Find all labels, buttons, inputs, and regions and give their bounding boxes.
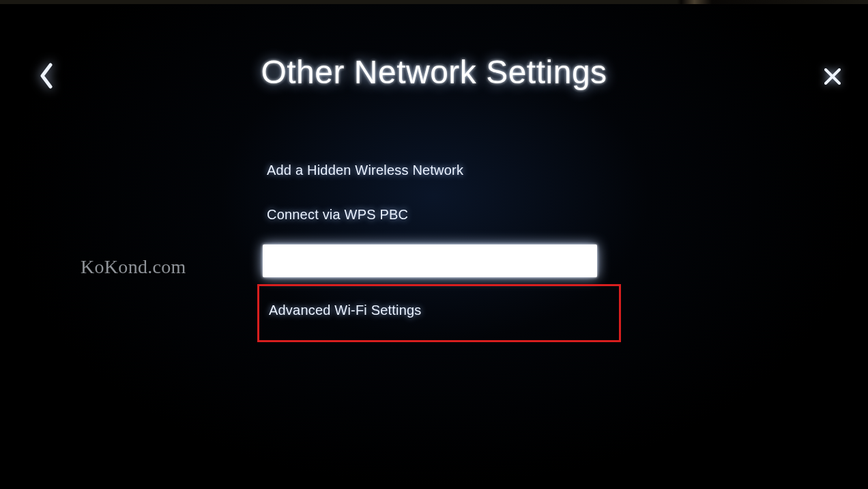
back-button[interactable] xyxy=(33,60,60,94)
menu-item-advanced-wifi-settings[interactable]: Advanced Wi-Fi Settings xyxy=(265,290,613,322)
menu-item-selected-highlight[interactable] xyxy=(263,244,597,277)
header: Other Network Settings xyxy=(0,0,868,91)
menu-item-connect-wps-pbc[interactable]: Connect via WPS PBC xyxy=(263,197,597,232)
page-title: Other Network Settings xyxy=(0,53,868,91)
chevron-left-icon xyxy=(38,62,55,92)
close-icon xyxy=(823,67,842,89)
menu-item-add-hidden-network[interactable]: Add a Hidden Wireless Network xyxy=(263,153,597,188)
close-button[interactable] xyxy=(819,64,846,92)
settings-menu: Add a Hidden Wireless Network Connect vi… xyxy=(263,153,597,342)
annotation-highlight-box: Advanced Wi-Fi Settings xyxy=(257,284,621,342)
watermark-text: KoKond.com xyxy=(81,256,186,278)
